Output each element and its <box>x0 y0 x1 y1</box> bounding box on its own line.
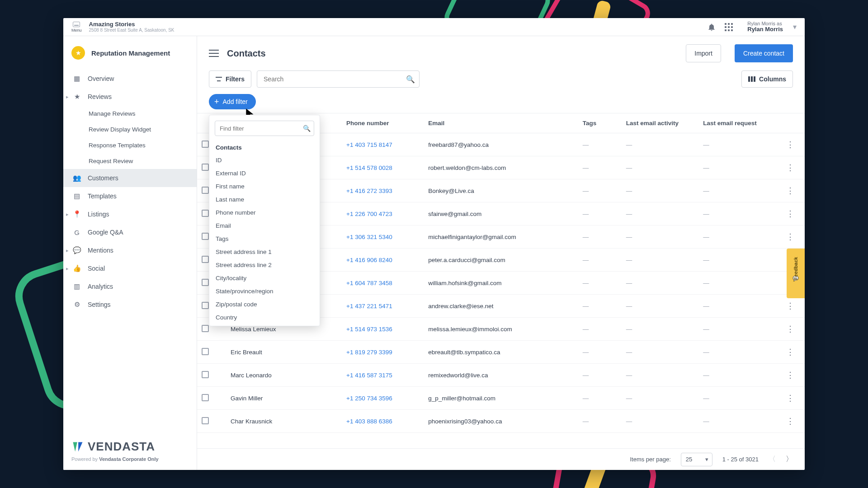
col-last-email-activity[interactable]: Last email activity <box>622 113 699 133</box>
menu-button[interactable]: Menu <box>71 22 82 33</box>
row-checkbox[interactable] <box>202 141 209 148</box>
row-menu-button[interactable]: ⋮ <box>776 156 805 179</box>
sidebar-item-social[interactable]: ▸👍Social <box>63 259 197 277</box>
col-phone[interactable]: Phone number <box>342 113 424 133</box>
filter-option[interactable]: Street address line 1 <box>209 245 320 258</box>
business-address: 2508 8 Street East Suite A, Saskatoon, S… <box>89 28 175 33</box>
filter-option[interactable]: Country <box>209 311 320 324</box>
phone-link[interactable]: +1 250 734 3596 <box>346 395 392 402</box>
row-menu-button[interactable]: ⋮ <box>776 133 805 156</box>
find-filter-input[interactable] <box>215 121 314 136</box>
search-field[interactable]: 🔍 <box>257 70 420 88</box>
filter-option[interactable]: City/locality <box>209 272 320 285</box>
table-row[interactable]: Eric Breault+1 819 279 3399ebreault@tlb.… <box>197 341 805 364</box>
create-contact-button[interactable]: Create contact <box>735 44 793 62</box>
medal-star-icon <box>71 46 85 60</box>
phone-link[interactable]: +1 226 700 4723 <box>346 211 392 217</box>
sidebar-item-settings[interactable]: ⚙Settings <box>63 296 197 314</box>
phone-link[interactable]: +1 416 587 3175 <box>346 372 392 379</box>
filter-option[interactable]: Tags <box>209 232 320 245</box>
cell-phone: +1 306 321 5340 <box>342 225 424 249</box>
row-menu-button[interactable]: ⋮ <box>776 225 805 249</box>
row-checkbox[interactable] <box>202 210 209 217</box>
phone-link[interactable]: +1 416 906 8240 <box>346 257 392 263</box>
row-checkbox[interactable] <box>202 325 209 332</box>
sidebar-item-templates[interactable]: ▤Templates <box>63 187 197 205</box>
next-page-button[interactable]: 〉 <box>786 455 793 464</box>
phone-link[interactable]: +1 306 321 5340 <box>346 234 392 240</box>
row-checkbox[interactable] <box>202 164 209 171</box>
row-checkbox[interactable] <box>202 187 209 194</box>
columns-button[interactable]: Columns <box>741 70 793 88</box>
filter-search[interactable]: 🔍 <box>215 121 314 136</box>
filter-option[interactable]: Phone number <box>209 206 320 219</box>
phone-link[interactable]: +1 514 578 0028 <box>346 164 392 171</box>
sidebar-item-customers[interactable]: 👥Customers <box>63 169 197 187</box>
table-row[interactable]: Marc Leonardo+1 416 587 3175remixedworld… <box>197 364 805 387</box>
col-tags[interactable]: Tags <box>578 113 622 133</box>
row-menu-button[interactable]: ⋮ <box>776 318 805 341</box>
notifications-icon[interactable] <box>707 22 717 32</box>
sidebar-item-manage-reviews[interactable]: Manage Reviews <box>63 106 197 122</box>
filters-button[interactable]: Filters <box>209 70 251 88</box>
phone-link[interactable]: +1 514 973 1536 <box>346 326 392 333</box>
cell-tags: — <box>578 156 622 179</box>
row-menu-button[interactable]: ⋮ <box>776 341 805 364</box>
dashboard-icon: ▦ <box>72 74 81 83</box>
row-menu-button[interactable]: ⋮ <box>776 179 805 202</box>
filter-option[interactable]: External ID <box>209 167 320 180</box>
row-checkbox[interactable] <box>202 348 209 355</box>
business-block[interactable]: Amazing Stories 2508 8 Street East Suite… <box>89 21 175 33</box>
plus-icon: + <box>214 98 219 106</box>
user-menu[interactable]: Rylan Morris as Rylan Morris <box>741 21 783 33</box>
phone-link[interactable]: +1 604 787 3458 <box>346 280 392 286</box>
sidebar-item-review-display-widget[interactable]: Review Display Widget <box>63 122 197 137</box>
sidebar-item-reviews[interactable]: ▸★Reviews <box>63 88 197 106</box>
cell-tags: — <box>578 225 622 249</box>
search-input[interactable] <box>257 70 420 88</box>
row-checkbox[interactable] <box>202 394 209 401</box>
row-checkbox[interactable] <box>202 233 209 240</box>
phone-link[interactable]: +1 403 888 6386 <box>346 418 392 425</box>
phone-link[interactable]: +1 437 221 5471 <box>346 303 392 310</box>
import-button[interactable]: Import <box>686 44 721 62</box>
feedback-tab[interactable]: Feedback 💬 <box>787 249 805 298</box>
col-email[interactable]: Email <box>424 113 578 133</box>
row-checkbox[interactable] <box>202 417 209 424</box>
row-checkbox[interactable] <box>202 371 209 378</box>
chevron-right-icon: ▸ <box>66 211 69 217</box>
row-menu-button[interactable]: ⋮ <box>776 202 805 225</box>
row-menu-button[interactable]: ⋮ <box>776 364 805 387</box>
table-row[interactable]: Char Krausnick+1 403 888 6386phoenixrisi… <box>197 410 805 433</box>
filter-option[interactable]: Email <box>209 219 320 232</box>
phone-link[interactable]: +1 416 272 3393 <box>346 188 392 194</box>
sidebar-item-response-templates[interactable]: Response Templates <box>63 137 197 153</box>
row-menu-button[interactable]: ⋮ <box>776 410 805 433</box>
apps-grid-icon[interactable] <box>724 22 734 32</box>
phone-link[interactable]: +1 403 715 8147 <box>346 141 392 148</box>
row-checkbox[interactable] <box>202 256 209 263</box>
hamburger-icon[interactable] <box>209 50 219 57</box>
filter-option[interactable]: Street address line 2 <box>209 258 320 272</box>
sidebar-item-analytics[interactable]: ▥Analytics <box>63 277 197 296</box>
col-last-email-request[interactable]: Last email request <box>698 113 776 133</box>
sidebar-item-listings[interactable]: ▸📍Listings <box>63 205 197 223</box>
filter-option[interactable]: ID <box>209 154 320 167</box>
filter-option[interactable]: Last name <box>209 193 320 206</box>
sidebar-item-google-qa[interactable]: GGoogle Q&A <box>63 223 197 241</box>
filter-option[interactable]: State/province/region <box>209 285 320 298</box>
table-row[interactable]: Gavin Miller+1 250 734 3596g_p_miller@ho… <box>197 387 805 410</box>
sidebar-item-mentions[interactable]: ▸💬Mentions <box>63 241 197 259</box>
cell-email: sfairwe@gmail.com <box>424 202 578 225</box>
page-size-select[interactable]: 25 <box>681 453 712 466</box>
add-filter-button[interactable]: + Add filter <box>209 94 256 109</box>
vendasta-logo: VENDASTA <box>71 440 189 454</box>
row-checkbox[interactable] <box>202 279 209 286</box>
row-menu-button[interactable]: ⋮ <box>776 387 805 410</box>
phone-link[interactable]: +1 819 279 3399 <box>346 349 392 356</box>
filter-option[interactable]: First name <box>209 180 320 193</box>
sidebar-item-request-review[interactable]: Request Review <box>63 153 197 169</box>
filter-option[interactable]: Zip/postal code <box>209 298 320 311</box>
sidebar-item-overview[interactable]: ▦Overview <box>63 70 197 88</box>
row-checkbox[interactable] <box>202 302 209 309</box>
